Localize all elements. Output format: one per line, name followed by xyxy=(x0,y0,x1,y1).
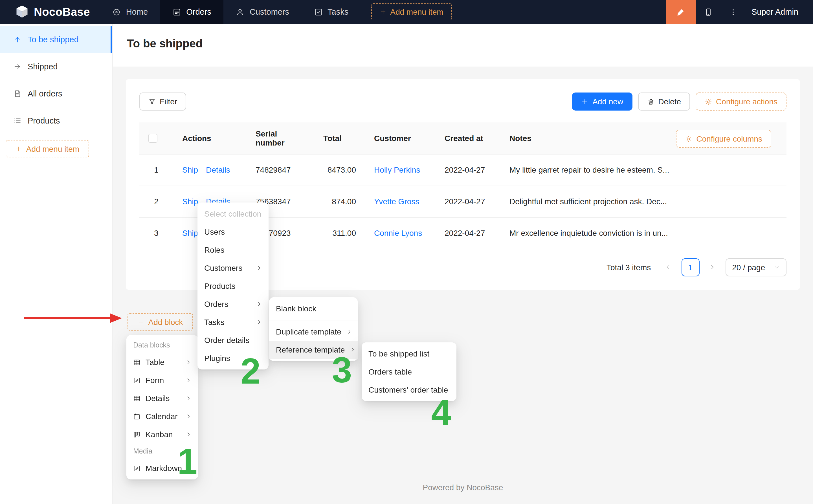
menu-item-users[interactable]: Users xyxy=(197,223,269,241)
menu-item-table[interactable]: Table xyxy=(126,353,198,371)
cell-serial: 74829847 xyxy=(247,154,314,186)
add-block-button[interactable]: Add block xyxy=(128,313,193,331)
menu-item-label: Form xyxy=(146,376,164,385)
trash-icon xyxy=(647,98,654,105)
table-toolbar: Filter Add new Delete Configure actions xyxy=(139,93,786,111)
nav-item-customers[interactable]: Customers xyxy=(224,0,302,24)
user-menu[interactable]: Super Admin xyxy=(746,0,813,24)
footer-text: Powered by NocoBase xyxy=(113,483,813,492)
collection-search-input[interactable]: Select collection xyxy=(197,205,269,223)
nav-add-menu-item-button[interactable]: Add menu item xyxy=(371,3,452,20)
sidebar-item-all-orders[interactable]: All orders xyxy=(0,80,112,107)
sidebar-add-menu-item-label: Add menu item xyxy=(26,144,79,153)
details-icon xyxy=(133,395,140,402)
menu-item-details[interactable]: Details xyxy=(126,389,198,407)
menu-item-kanban[interactable]: Kanban xyxy=(126,425,198,443)
menu-item-orders-table[interactable]: Orders table xyxy=(362,363,456,381)
filter-button[interactable]: Filter xyxy=(139,93,186,111)
brand[interactable]: NocoBase xyxy=(0,0,100,24)
menu-item-customers[interactable]: Customers xyxy=(197,259,269,277)
arrow-right-icon xyxy=(14,63,21,71)
configure-actions-label: Configure actions xyxy=(716,97,777,106)
menu-item-blank-block[interactable]: Blank block xyxy=(269,300,358,318)
page-title: To be shipped xyxy=(127,37,813,50)
annotation-arrow xyxy=(23,310,124,327)
customer-link[interactable]: Connie Lyons xyxy=(374,228,422,237)
pagination-total: Total 3 items xyxy=(607,263,651,272)
customer-link[interactable]: Yvette Gross xyxy=(374,197,419,206)
delete-button[interactable]: Delete xyxy=(638,93,690,111)
add-new-button[interactable]: Add new xyxy=(572,93,632,111)
chevron-right-icon xyxy=(186,432,191,437)
customers-icon xyxy=(236,8,245,16)
cell-created: 2022-04-27 xyxy=(436,154,500,186)
menu-item-calendar[interactable]: Calendar xyxy=(126,407,198,425)
ship-link[interactable]: Ship xyxy=(182,165,198,174)
nav-item-label: Customers xyxy=(250,7,289,16)
menu-item-label: Tasks xyxy=(204,318,225,327)
menu-item-orders[interactable]: Orders xyxy=(197,295,269,313)
chevron-right-icon xyxy=(709,264,715,270)
menu-item-tasks[interactable]: Tasks xyxy=(197,313,269,331)
cell-total: 311.00 xyxy=(314,217,365,249)
mobile-preview-button[interactable] xyxy=(696,0,721,24)
page-number-button[interactable]: 1 xyxy=(681,258,699,276)
gear-icon xyxy=(705,98,712,105)
add-block-label: Add block xyxy=(148,317,183,326)
configure-columns-button[interactable]: Configure columns xyxy=(676,130,771,148)
form-icon xyxy=(133,377,140,384)
ship-link[interactable]: Ship xyxy=(182,228,198,237)
menu-item-label: To be shipped list xyxy=(368,349,429,358)
sidebar-add-menu-item-button[interactable]: Add menu item xyxy=(6,140,89,157)
page-size-select[interactable]: 20 / page xyxy=(725,258,786,276)
cell-created: 2022-04-27 xyxy=(436,217,500,249)
prev-page-button[interactable] xyxy=(660,259,677,276)
next-page-button[interactable] xyxy=(704,259,721,276)
ship-link[interactable]: Ship xyxy=(182,197,198,206)
sidebar-item-shipped[interactable]: Shipped xyxy=(0,53,112,80)
nav-item-home[interactable]: Home xyxy=(100,0,160,24)
cell-created: 2022-04-27 xyxy=(436,186,500,217)
filter-icon xyxy=(148,98,156,105)
sidebar-item-products[interactable]: Products xyxy=(0,107,112,134)
row-index: 2 xyxy=(139,186,173,217)
nav-item-label: Home xyxy=(126,7,148,16)
menu-item-label: Orders table xyxy=(368,367,412,376)
details-link[interactable]: Details xyxy=(206,165,230,174)
orders-icon xyxy=(173,8,181,16)
plus-icon xyxy=(379,8,386,15)
column-header-actions: Actions xyxy=(173,122,247,154)
more-menu-button[interactable] xyxy=(721,0,746,24)
sidebar: To be shipped Shipped All orders Product… xyxy=(0,24,113,504)
ui-editor-button[interactable] xyxy=(666,0,696,24)
menu-item-to-be-shipped-list[interactable]: To be shipped list xyxy=(362,345,456,363)
menu-divider xyxy=(269,320,358,320)
sidebar-item-label: Products xyxy=(28,116,60,125)
nav-item-tasks[interactable]: Tasks xyxy=(302,0,361,24)
customer-link[interactable]: Holly Perkins xyxy=(374,165,420,174)
configure-actions-button[interactable]: Configure actions xyxy=(696,93,786,111)
toolbar-right: Add new Delete Configure actions xyxy=(572,93,786,111)
sidebar-item-label: All orders xyxy=(28,89,62,98)
sidebar-item-label: Shipped xyxy=(28,62,58,71)
menu-item-roles[interactable]: Roles xyxy=(197,241,269,259)
menu-item-label: Products xyxy=(204,281,236,290)
sidebar-item-to-be-shipped[interactable]: To be shipped xyxy=(0,26,112,53)
page-header: To be shipped xyxy=(113,24,813,67)
row-index: 3 xyxy=(139,217,173,249)
filter-button-label: Filter xyxy=(160,97,177,106)
tasks-icon xyxy=(314,8,322,16)
select-all-checkbox[interactable] xyxy=(148,134,157,143)
ellipsis-vertical-icon xyxy=(729,8,738,16)
menu-item-order-details[interactable]: Order details xyxy=(197,331,269,349)
cell-total: 8473.00 xyxy=(314,154,365,186)
annotation-step-2: 2 xyxy=(240,353,260,389)
nav-item-orders[interactable]: Orders xyxy=(160,0,224,24)
menu-item-products[interactable]: Products xyxy=(197,277,269,295)
menu-item-label: Details xyxy=(146,394,170,403)
arrow-up-icon xyxy=(14,36,21,43)
menu-item-duplicate-template[interactable]: Duplicate template xyxy=(269,323,358,341)
menu-item-form[interactable]: Form xyxy=(126,371,198,389)
brand-name: NocoBase xyxy=(34,5,90,18)
add-new-button-label: Add new xyxy=(592,97,623,106)
